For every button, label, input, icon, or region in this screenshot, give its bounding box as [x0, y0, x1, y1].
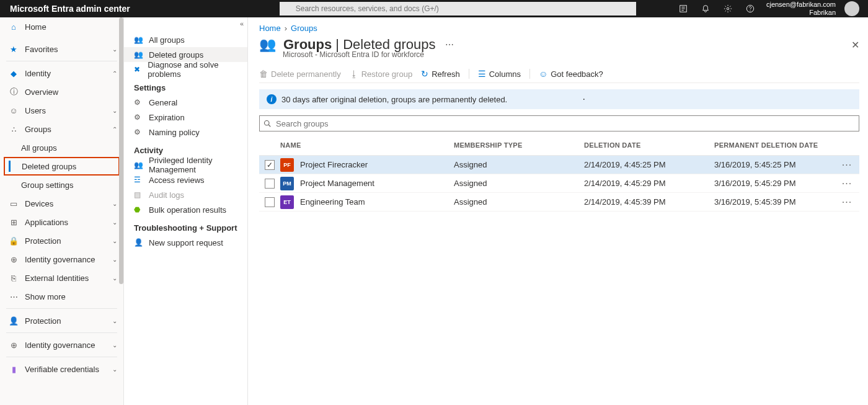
- nav-applications[interactable]: ⊞Applications⌄: [0, 213, 123, 231]
- row-more-button[interactable]: ···: [835, 178, 859, 189]
- nav2-pim[interactable]: 👥Privileged Identity Management: [124, 158, 247, 172]
- group-badge: PM: [280, 177, 294, 190]
- col-name[interactable]: NAME: [280, 135, 454, 155]
- info-icon: ⓘ: [9, 86, 19, 97]
- col-deletion-date[interactable]: DELETION DATE: [584, 135, 714, 155]
- chevron-up-icon: ⌃: [112, 126, 117, 133]
- top-bar: Microsoft Entra admin center cjensen@fab…: [0, 0, 868, 17]
- col-membership-type[interactable]: MEMBERSHIP TYPE: [454, 135, 584, 155]
- lock-icon: 🔒: [9, 236, 19, 246]
- avatar[interactable]: [844, 1, 859, 16]
- crumb-groups[interactable]: Groups: [291, 24, 317, 33]
- account-info[interactable]: cjensen@fabrikan.com Fabrikan: [763, 1, 839, 17]
- nav-groups[interactable]: ⛬Groups⌃: [0, 120, 123, 138]
- cmd-delete-permanently: 🗑Delete permanently: [259, 69, 341, 79]
- col-permanent-deletion-date[interactable]: PERMANENT DELETION DATE: [714, 135, 835, 155]
- nav-show-more[interactable]: ⋯Show more: [0, 287, 123, 306]
- collapse-button[interactable]: «: [240, 20, 244, 27]
- row-checkbox[interactable]: ✓: [259, 160, 280, 170]
- crumb-home[interactable]: Home: [259, 24, 281, 33]
- gear-icon: ⚙: [134, 98, 143, 107]
- title-more-button[interactable]: ⋯: [445, 40, 454, 50]
- selection-indicator: [9, 161, 11, 172]
- nav-home[interactable]: ⌂Home: [0, 17, 123, 36]
- permanent-deletion-date: 3/16/2019, 5:45:29 PM: [714, 179, 835, 188]
- row-checkbox[interactable]: [259, 179, 280, 189]
- secondary-sidebar: « 👥All groups 👥Deleted groups ✖Diagnose …: [124, 17, 248, 405]
- nav-all-groups[interactable]: All groups: [0, 138, 123, 157]
- groups-page-icon: 👥: [259, 37, 276, 53]
- apps-icon: ⊞: [9, 218, 19, 227]
- nav-overview[interactable]: ⓘOverview: [0, 82, 123, 101]
- external-icon: ⎘: [9, 274, 19, 283]
- nav2-general[interactable]: ⚙General: [124, 95, 247, 110]
- nav-protection2[interactable]: 👤Protection⌄: [0, 311, 123, 330]
- groups-icon: 👥: [134, 35, 143, 44]
- nav-users[interactable]: ☺Users⌄: [0, 101, 123, 120]
- notifications-icon[interactable]: [696, 0, 715, 17]
- governance-icon: ⊕: [9, 340, 19, 350]
- nav-verifiable-credentials[interactable]: ▮Verifiable credentials⌄: [0, 360, 123, 378]
- nav2-diagnose[interactable]: ✖Diagnose and solve problems: [124, 62, 247, 77]
- cmd-refresh[interactable]: ↻Refresh: [421, 69, 460, 79]
- cmd-columns[interactable]: ☰Columns: [478, 69, 521, 79]
- row-more-button[interactable]: ···: [835, 197, 859, 208]
- info-text: 30 days after original deletion, groups …: [281, 95, 507, 104]
- chevron-down-icon: ⌄: [112, 342, 117, 349]
- global-search-input[interactable]: [280, 2, 636, 16]
- nav-group-settings[interactable]: Group settings: [0, 176, 123, 194]
- nav2-expiration[interactable]: ⚙Expiration: [124, 110, 247, 125]
- svg-line-7: [268, 125, 270, 127]
- gear-icon: ⚙: [134, 128, 143, 136]
- nav2-access-reviews[interactable]: ☲Access reviews: [124, 172, 247, 187]
- nav2-audit-logs: ▤Audit logs: [124, 187, 247, 202]
- svg-point-5: [750, 11, 750, 11]
- nav2-naming-policy[interactable]: ⚙Naming policy: [124, 125, 247, 140]
- page-subtitle: Microsoft - Microsoft Entra ID for workf…: [283, 50, 859, 59]
- help-icon[interactable]: [740, 0, 760, 17]
- copilot-icon[interactable]: [673, 0, 693, 17]
- devices-icon: ▭: [9, 199, 19, 208]
- restore-icon: ⭳: [350, 69, 358, 79]
- deletion-date: 2/14/2019, 4:45:29 PM: [584, 179, 714, 188]
- info-bar: i 30 days after original deletion, group…: [259, 89, 859, 109]
- cmd-feedback[interactable]: ☺Got feedback?: [539, 69, 603, 79]
- sidebar-scrollbar[interactable]: [119, 17, 123, 405]
- group-search-input[interactable]: [259, 115, 859, 131]
- groups-icon: 👥: [134, 50, 143, 59]
- identity-icon: ◆: [9, 69, 19, 78]
- nav-devices[interactable]: ▭Devices⌄: [0, 194, 123, 213]
- membership-type: Assigned: [454, 179, 584, 188]
- table-row[interactable]: PMProject ManagementAssigned2/14/2019, 4…: [259, 174, 859, 193]
- nav-identity[interactable]: ◆Identity⌃: [0, 64, 123, 82]
- global-search[interactable]: [280, 2, 636, 16]
- nav-identity-governance2[interactable]: ⊕Identity governance⌄: [0, 336, 123, 354]
- nav2-bulk-op[interactable]: ⬣Bulk operation results: [124, 202, 247, 217]
- nav-deleted-groups[interactable]: Deleted groups: [4, 157, 120, 176]
- row-checkbox[interactable]: [259, 197, 280, 207]
- nav-favorites[interactable]: ★Favorites⌄: [0, 40, 123, 58]
- nav-identity-governance[interactable]: ⊕Identity governance⌄: [0, 250, 123, 269]
- svg-point-6: [265, 120, 270, 125]
- chevron-down-icon: ⌄: [112, 275, 117, 282]
- chevron-down-icon: ⌄: [112, 366, 117, 373]
- nav2-all-groups[interactable]: 👥All groups: [124, 32, 247, 47]
- pim-icon: 👥: [134, 161, 143, 169]
- settings-icon[interactable]: [718, 0, 738, 17]
- gear-icon: ⚙: [134, 113, 143, 122]
- nav2-new-support[interactable]: 👤New support request: [124, 235, 247, 250]
- table-row[interactable]: ✓PFProject FirecrackerAssigned2/14/2019,…: [259, 156, 859, 174]
- close-button[interactable]: ✕: [851, 39, 859, 51]
- home-icon: ⌂: [9, 22, 19, 32]
- permanent-deletion-date: 3/16/2019, 5:45:25 PM: [714, 160, 835, 169]
- deletion-date: 2/14/2019, 4:45:39 PM: [584, 197, 714, 207]
- trash-icon: 🗑: [259, 69, 268, 79]
- row-more-button[interactable]: ···: [835, 159, 859, 171]
- table-row[interactable]: ETEngineering TeamAssigned2/14/2019, 4:4…: [259, 193, 859, 211]
- groups-table: NAME MEMBERSHIP TYPE DELETION DATE PERMA…: [259, 135, 859, 211]
- nav-protection[interactable]: 🔒Protection⌄: [0, 231, 123, 250]
- activity-header: Activity: [124, 140, 247, 158]
- account-email: cjensen@fabrikan.com: [766, 1, 836, 9]
- nav-external-identities[interactable]: ⎘External Identities⌄: [0, 269, 123, 287]
- group-search[interactable]: [259, 115, 859, 131]
